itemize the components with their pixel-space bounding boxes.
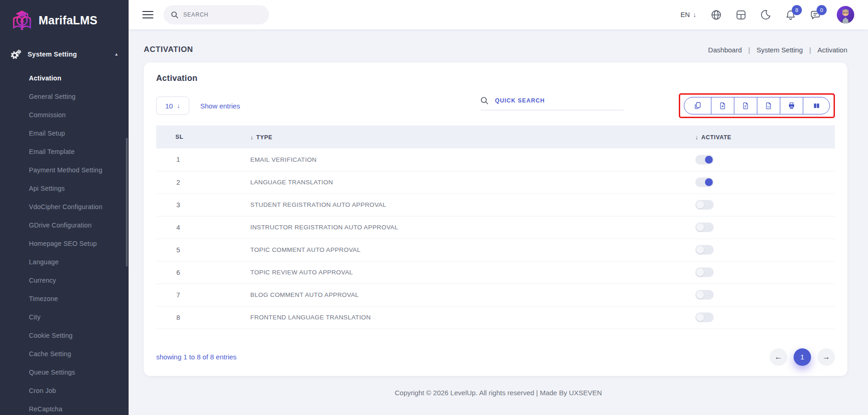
sidebar-item-api-settings[interactable]: Api Settings	[0, 179, 129, 198]
sidebar-item-general-setting[interactable]: General Setting	[0, 87, 129, 106]
sidebar-item-cron-job[interactable]: Cron Job	[0, 381, 129, 400]
hamburger-menu-icon[interactable]	[142, 11, 153, 19]
page-title: ACTIVATION	[144, 45, 193, 54]
quick-search[interactable]	[480, 97, 624, 110]
column-visibility-button[interactable]	[803, 97, 829, 114]
table-controls: 10 ↓ Show entries	[156, 93, 835, 118]
moon-icon[interactable]	[760, 9, 772, 21]
table-row: 2 LANGUAGE TRANSLATION	[156, 171, 835, 193]
sidebar: MarifaLMS System Setting ▲ Activation Ge…	[0, 0, 129, 415]
notification-badge: 8	[792, 5, 802, 15]
card-footer: showing 1 to 8 of 8 entries ← 1 →	[156, 348, 835, 366]
sidebar-item-activation[interactable]: Activation	[0, 69, 129, 87]
sidebar-item-email-setup[interactable]: Email Setup	[0, 124, 129, 142]
export-excel-button[interactable]	[711, 97, 734, 114]
row-sl: 7	[156, 284, 250, 306]
entries-value: 10	[165, 102, 173, 110]
copyright-text: Copyright © 2026 LevelUp. All rights res…	[129, 376, 868, 406]
activate-toggle[interactable]	[695, 177, 714, 187]
quick-search-input[interactable]	[495, 97, 605, 104]
table-row: 1 EMAIL VERIFICATION	[156, 148, 835, 171]
entries-per-page-select[interactable]: 10 ↓	[156, 97, 189, 115]
search-icon	[171, 11, 179, 19]
column-header-type[interactable]: ↓TYPE	[250, 125, 673, 148]
sidebar-item-timezone[interactable]: Timezone	[0, 290, 129, 308]
row-sl: 2	[156, 171, 250, 193]
breadcrumb-separator: |	[748, 46, 750, 54]
layout-icon[interactable]	[735, 9, 747, 21]
sidebar-menu: Activation General Setting Commission Em…	[0, 69, 129, 415]
print-button[interactable]	[780, 97, 803, 114]
sort-down-icon: ↓	[695, 134, 699, 141]
chat-icon[interactable]: 0	[809, 9, 821, 21]
activate-toggle[interactable]	[695, 290, 714, 300]
row-type: INSTRUCTOR REGISTRATION AUTO APPROVAL	[250, 216, 673, 239]
language-selector[interactable]: EN ↓	[681, 11, 696, 18]
activate-toggle[interactable]	[695, 155, 714, 165]
main-area: EN ↓ 8	[129, 0, 868, 415]
sidebar-item-homepage-seo-setup[interactable]: Homepage SEO Setup	[0, 234, 129, 253]
sidebar-item-commission[interactable]: Commission	[0, 106, 129, 124]
table-row: 8 FRONTEND LANGUAGE TRANSLATION	[156, 306, 835, 329]
row-type: EMAIL VERIFICATION	[250, 148, 673, 171]
row-sl: 8	[156, 306, 250, 329]
sidebar-section-label: System Setting	[28, 51, 114, 58]
page-head: ACTIVATION Dashboard | System Setting | …	[129, 29, 868, 54]
sidebar-item-queue-settings[interactable]: Queue Settings	[0, 363, 129, 381]
sidebar-item-cookie-setting[interactable]: Cookie Setting	[0, 326, 129, 345]
row-type: BLOG COMMENT AUTO APPROVAL	[250, 284, 673, 306]
sidebar-item-currency[interactable]: Currency	[0, 271, 129, 290]
column-header-activate[interactable]: ↓ACTIVATE	[673, 125, 835, 148]
avatar[interactable]	[837, 6, 854, 23]
export-pdf-button[interactable]	[757, 97, 780, 114]
row-sl: 5	[156, 239, 250, 261]
search-input[interactable]	[183, 11, 252, 18]
breadcrumb-system-setting[interactable]: System Setting	[756, 46, 803, 54]
sidebar-item-recaptcha[interactable]: ReCaptcha	[0, 400, 129, 415]
sidebar-item-gdrive-configuration[interactable]: GDrive Configuration	[0, 216, 129, 234]
sidebar-item-payment-method-setting[interactable]: Payment Method Setting	[0, 161, 129, 179]
page-1-button[interactable]: 1	[794, 348, 811, 366]
activate-toggle[interactable]	[695, 267, 714, 277]
sidebar-item-cache-setting[interactable]: Cache Setting	[0, 345, 129, 363]
table-row: 6 TOPIC REVIEW AUTO APPROVAL	[156, 261, 835, 284]
sidebar-item-city[interactable]: City	[0, 308, 129, 326]
row-sl: 1	[156, 148, 250, 171]
globe-icon[interactable]	[710, 9, 722, 21]
row-type: LANGUAGE TRANSLATION	[250, 171, 673, 193]
chevron-down-icon: ↓	[177, 102, 180, 109]
activate-toggle[interactable]	[695, 313, 714, 322]
sort-down-icon: ↓	[250, 134, 254, 141]
search-icon	[480, 97, 489, 105]
previous-page-button[interactable]: ←	[770, 348, 787, 366]
row-sl: 4	[156, 216, 250, 239]
table-row: 7 BLOG COMMENT AUTO APPROVAL	[156, 284, 835, 306]
export-csv-button[interactable]	[734, 97, 757, 114]
annotation-highlight-box	[679, 93, 835, 118]
sidebar-item-language[interactable]: Language	[0, 253, 129, 271]
row-type: TOPIC COMMENT AUTO APPROVAL	[250, 239, 673, 261]
sidebar-item-email-template[interactable]: Email Template	[0, 142, 129, 161]
next-page-button[interactable]: →	[817, 348, 835, 366]
brand[interactable]: MarifaLMS	[0, 0, 129, 39]
sidebar-section-system-setting[interactable]: System Setting ▲	[0, 45, 129, 63]
entries-summary: showing 1 to 8 of 8 entries	[156, 353, 237, 361]
breadcrumb-activation[interactable]: Activation	[817, 46, 847, 54]
global-search[interactable]	[163, 5, 269, 24]
activate-toggle[interactable]	[695, 200, 714, 210]
gears-icon	[10, 49, 21, 60]
row-sl: 3	[156, 193, 250, 216]
activate-toggle[interactable]	[695, 222, 714, 232]
bell-icon[interactable]: 8	[784, 9, 796, 21]
sidebar-scrollbar[interactable]	[126, 138, 128, 267]
sidebar-item-vdocipher-configuration[interactable]: VdoCipher Configuration	[0, 198, 129, 216]
copy-button[interactable]	[684, 97, 711, 114]
breadcrumb-dashboard[interactable]: Dashboard	[708, 46, 742, 54]
topbar: EN ↓ 8	[129, 0, 868, 29]
column-header-sl[interactable]: SL	[156, 125, 250, 148]
row-type: STUDENT REGISTRATION AUTO APPROVAL	[250, 193, 673, 216]
activate-toggle[interactable]	[695, 245, 714, 255]
card-title: Activation	[156, 74, 835, 83]
brand-name: MarifaLMS	[39, 14, 97, 27]
language-value: EN	[681, 11, 690, 18]
